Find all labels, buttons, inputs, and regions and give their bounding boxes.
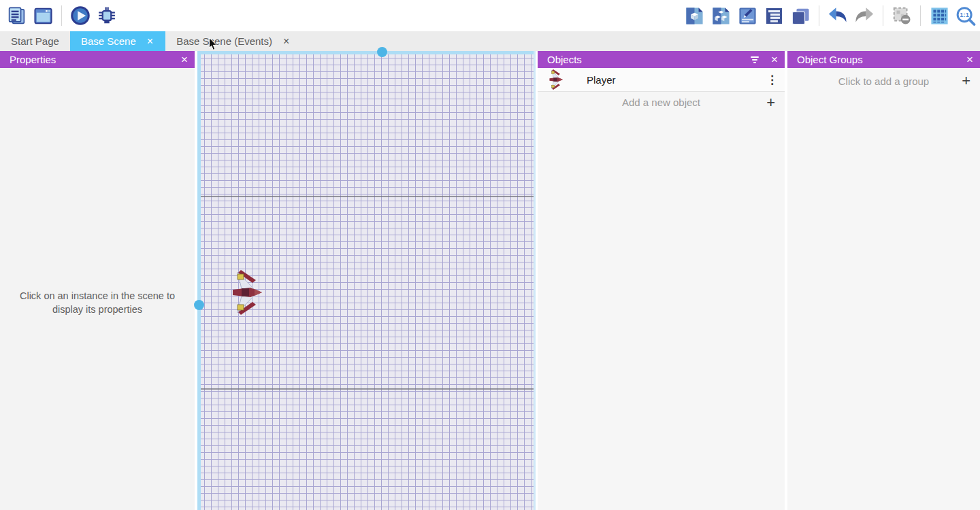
play-preview-icon — [70, 5, 91, 26]
objects-editor-icon — [685, 6, 704, 26]
plus-icon[interactable]: + — [962, 73, 970, 88]
object-groups-panel-header: Object Groups × — [787, 51, 980, 68]
scene-canvas[interactable] — [197, 51, 536, 510]
close-icon[interactable]: × — [771, 54, 778, 65]
toolbar-separator — [819, 5, 819, 26]
open-properties-button[interactable] — [737, 5, 757, 26]
player-object-thumbnail — [546, 69, 566, 90]
undo-button[interactable] — [828, 5, 848, 26]
tab-label: Start Page — [11, 35, 59, 47]
main-toolbar: 1:1 — [0, 0, 980, 31]
add-group-row[interactable]: Click to add a group + — [787, 68, 980, 94]
gdevelop-scene-editor: 1:1 Start Page Base Scene × Base Scene (… — [0, 0, 980, 510]
kebab-menu-icon[interactable]: ⋮ — [766, 68, 778, 91]
scene-window-border-line — [197, 196, 536, 197]
tab-base-scene-events[interactable]: Base Scene (Events) × — [165, 31, 301, 51]
close-icon[interactable]: × — [966, 54, 973, 65]
add-object-row[interactable]: Add a new object + — [538, 92, 785, 113]
properties-edit-icon — [738, 6, 757, 26]
object-name: Player — [587, 74, 616, 86]
toolbar-left-group — [0, 5, 117, 26]
instances-list-icon — [764, 6, 784, 26]
close-icon[interactable]: × — [282, 36, 291, 47]
panel-title: Properties — [10, 54, 56, 65]
vertical-scrollbar-track[interactable] — [197, 51, 201, 510]
toolbar-separator — [920, 5, 921, 26]
open-objects-editor-button[interactable] — [684, 5, 704, 26]
horizontal-scrollbar-track[interactable] — [197, 51, 536, 54]
close-icon[interactable]: × — [146, 36, 154, 47]
panel-title: Object Groups — [797, 54, 863, 65]
start-page-window-icon — [33, 6, 53, 26]
scene-window-border-line — [197, 388, 536, 390]
toolbar-separator — [61, 5, 62, 26]
project-manager-button[interactable] — [6, 5, 27, 26]
redo-button[interactable] — [854, 5, 875, 26]
filter-icon[interactable] — [751, 56, 759, 63]
svg-text:1:1: 1:1 — [960, 12, 969, 18]
delete-selection-button[interactable] — [892, 5, 912, 26]
tab-start-page[interactable]: Start Page — [0, 31, 70, 51]
open-instances-list-button[interactable] — [764, 5, 784, 26]
tab-base-scene[interactable]: Base Scene × — [70, 31, 165, 51]
grid-icon — [930, 6, 949, 26]
delete-selection-icon — [892, 5, 912, 26]
vertical-scrollbar-thumb[interactable] — [194, 300, 204, 310]
right-edge-highlight — [534, 51, 536, 510]
zoom-original-button[interactable]: 1:1 — [956, 5, 976, 26]
plus-icon[interactable]: + — [766, 95, 775, 110]
redo-icon — [854, 5, 875, 26]
objects-panel-header: Objects × — [538, 51, 785, 68]
close-icon[interactable]: × — [181, 54, 188, 65]
zoom-original-icon: 1:1 — [956, 5, 976, 27]
object-groups-panel: Object Groups × Click to add a group + — [787, 51, 980, 510]
object-list-item-player[interactable]: Player ⋮ — [538, 68, 785, 92]
start-page-button[interactable] — [33, 5, 53, 26]
open-object-groups-button[interactable] — [710, 5, 731, 26]
objects-panel: Objects × Player — [538, 51, 785, 510]
object-groups-editor-icon — [711, 6, 731, 26]
toolbar-separator — [883, 5, 883, 26]
project-manager-icon — [7, 6, 27, 26]
properties-empty-message: Click on an instance in the scene to dis… — [0, 289, 195, 316]
horizontal-scrollbar-thumb[interactable] — [377, 47, 387, 57]
add-object-label: Add a new object — [622, 97, 700, 108]
properties-panel: Properties × Click on an instance in the… — [0, 51, 195, 510]
panel-title: Objects — [547, 54, 582, 65]
layers-icon — [791, 6, 811, 26]
properties-panel-header: Properties × — [0, 51, 195, 68]
debug-icon — [97, 5, 117, 26]
tab-label: Base Scene — [81, 35, 136, 47]
debug-button[interactable] — [97, 5, 117, 26]
editor-tab-bar: Start Page Base Scene × Base Scene (Even… — [0, 31, 980, 51]
player-instance-sprite[interactable] — [231, 270, 263, 315]
undo-icon — [828, 5, 848, 26]
open-layers-button[interactable] — [790, 5, 811, 26]
add-group-label: Click to add a group — [838, 75, 929, 87]
player-plane-icon — [549, 69, 564, 90]
toolbar-right-group: 1:1 — [684, 0, 976, 31]
tab-label: Base Scene (Events) — [176, 35, 272, 47]
play-preview-button[interactable] — [70, 5, 91, 26]
toggle-grid-button[interactable] — [929, 5, 949, 26]
